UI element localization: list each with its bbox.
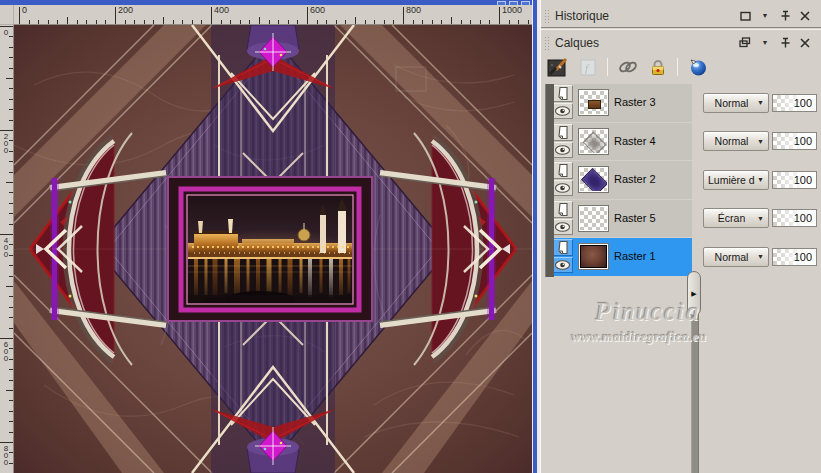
v-ruler-label: 400 [2,237,10,258]
palette-area: Historique ▼ Calques [537,0,821,473]
layer-row-left[interactable]: Raster 5 [545,200,692,238]
toolbar-separator [677,58,678,76]
v-ruler-label: 0 [2,29,10,36]
new-mask-layer-icon[interactable]: f [575,55,600,80]
layer-opacity-field[interactable]: 100 [772,171,817,189]
layer-opacity-field[interactable]: 100 [772,132,817,150]
layer-row-raster-5[interactable]: Raster 5 Écran ▼ 100 [545,200,821,239]
layer-row-left[interactable]: Raster 3 [545,84,692,122]
layer-row-raster-2[interactable]: Raster 2 Lumière dure ▼ 100 [545,161,821,200]
layer-opacity-field[interactable]: 100 [772,94,817,112]
h-ruler-label: 400 [214,6,229,15]
h-ruler-label: 1000 [502,6,522,15]
blend-mode-dropdown[interactable]: Normal ▼ [703,247,769,267]
layer-visibility-eye-icon[interactable] [551,219,573,235]
layer-visibility-eye-icon[interactable] [551,257,573,273]
watermark-name: Pinuccia [558,298,738,326]
blend-mode-value: Normal [708,97,755,109]
layer-name: Raster 5 [614,212,656,224]
splitter-arrow-icon: ▶ [691,290,696,297]
layer-thumbnail[interactable] [578,128,609,155]
layer-thumbnail[interactable] [578,205,609,232]
drag-grip-icon[interactable] [544,36,549,50]
layer-thumbnail[interactable] [578,89,609,116]
panel-menu-dropdown-icon[interactable]: ▼ [758,36,772,49]
h-ruler-label: 600 [310,6,325,15]
watermark-url: www.maidiregrafica.eu [544,329,734,345]
dropdown-arrow-icon: ▼ [757,253,764,260]
palette-edge [537,0,541,473]
image-window: 02004006008001000 0200400600800 [0,0,537,473]
dropdown-arrow-icon: ▼ [757,99,764,106]
panel-menu-dropdown-icon[interactable]: ▼ [758,9,772,22]
layer-row-left[interactable]: Raster 2 [545,161,692,199]
layer-name: Raster 1 [614,250,656,262]
new-raster-layer-icon[interactable] [545,55,570,80]
layer-opacity-field[interactable]: 100 [772,248,817,266]
layer-row-raster-4[interactable]: Raster 4 Normal ▼ 100 [545,123,821,162]
toolbar-separator [607,58,608,76]
close-icon[interactable] [798,9,812,22]
horizontal-ruler[interactable]: 02004006008001000 [14,5,532,25]
layer-row-left[interactable]: Raster 4 [545,123,692,161]
opacity-value: 100 [794,212,812,224]
paintshop-pro-workspace: 02004006008001000 0200400600800 [0,0,821,473]
blend-mode-dropdown[interactable]: Normal ▼ [703,93,769,113]
ruler-corner [0,5,14,25]
close-icon[interactable] [798,36,812,49]
layer-row-left[interactable]: Raster 1 [545,238,692,276]
pane-divider [545,84,554,277]
layer-visibility-eye-icon[interactable] [551,180,573,196]
blend-mode-dropdown[interactable]: Lumière dure ▼ [703,170,769,190]
layer-row-raster-3[interactable]: Raster 3 Normal ▼ 100 [545,84,821,123]
layer-name: Raster 4 [614,135,656,147]
layers-panel-title: Calques [555,36,738,50]
layer-name: Raster 3 [614,96,656,108]
blend-mode-value: Écran [708,212,755,224]
layer-thumbnail[interactable] [578,243,609,270]
h-ruler-label: 800 [406,6,421,15]
blend-mode-dropdown[interactable]: Normal ▼ [703,131,769,151]
layer-thumbnail[interactable] [578,166,609,193]
layers-toolbar: f [545,53,710,81]
h-ruler-label: 0 [22,6,27,15]
dropdown-arrow-icon: ▼ [757,138,764,145]
float-window-icon[interactable] [738,9,752,22]
dropdown-arrow-icon: ▼ [757,176,764,183]
v-ruler-label: 200 [2,133,10,154]
layer-opacity-field[interactable]: 100 [772,209,817,227]
edit-selection-icon[interactable] [685,55,710,80]
layer-row-raster-1[interactable]: Raster 1 Normal ▼ 100 [545,238,821,277]
layers-list: Raster 3 Normal ▼ 100 [545,84,821,277]
opacity-value: 100 [794,97,812,109]
dropdown-arrow-icon: ▼ [757,215,764,222]
layer-page-icon [551,201,573,218]
blend-mode-value: Normal [708,251,755,263]
pin-icon[interactable] [778,9,792,22]
opacity-value: 100 [794,135,812,147]
layer-page-icon [551,124,573,141]
layers-panel-header[interactable]: Calques ▼ [541,31,821,54]
lock-transparency-icon[interactable] [645,55,670,80]
v-ruler-label: 600 [2,341,10,362]
layer-visibility-eye-icon[interactable] [551,142,573,158]
blend-mode-dropdown[interactable]: Écran ▼ [703,208,769,228]
pin-icon[interactable] [778,36,792,49]
link-layers-icon[interactable] [615,55,640,80]
opacity-value: 100 [794,174,812,186]
blend-mode-value: Normal [708,135,755,147]
cascade-windows-icon[interactable] [738,36,752,49]
canvas-artwork [14,25,532,473]
h-ruler-label: 200 [118,6,133,15]
v-ruler-label: 800 [2,445,10,466]
layer-page-icon [551,85,573,102]
opacity-value: 100 [794,251,812,263]
history-panel-title: Historique [555,9,738,23]
canvas-image[interactable] [14,25,532,473]
vertical-ruler[interactable]: 0200400600800 [0,25,14,473]
history-panel-header[interactable]: Historique ▼ [541,4,821,27]
layer-page-icon [551,239,573,256]
layer-page-icon [551,162,573,179]
layer-visibility-eye-icon[interactable] [551,103,573,119]
drag-grip-icon[interactable] [544,9,549,23]
